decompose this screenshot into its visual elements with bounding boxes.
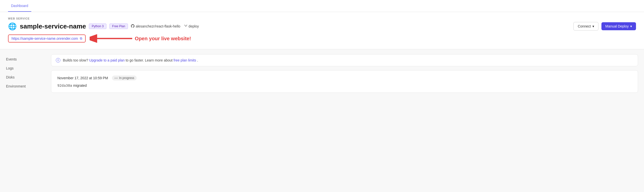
info-banner: i Builds too slow? Upgrade to a paid pla… (51, 54, 638, 66)
copy-icon[interactable]: ⧉ (80, 36, 82, 40)
sidebar-item-events[interactable]: Events (6, 57, 39, 61)
service-name: sample-service-name (20, 22, 86, 30)
badge-free-plan: Free Plan (109, 24, 128, 29)
info-icon: i (56, 58, 60, 62)
deploy-row: November 17, 2022 at 10:59 PM ••• In pro… (57, 76, 632, 80)
free-plan-limits-link[interactable]: free plan limits (174, 58, 196, 62)
upgrade-plan-link[interactable]: Upgrade to a paid plan (89, 58, 125, 62)
service-header: WEB SERVICE 🌐 sample-service-name Python… (0, 12, 644, 49)
connect-button[interactable]: Connect ▾ (573, 22, 598, 30)
sidebar-item-disks[interactable]: Disks (6, 75, 39, 79)
branch-name: deploy (189, 24, 199, 28)
annotation-arrow (90, 33, 135, 44)
deploy-card: November 17, 2022 at 10:59 PM ••• In pro… (51, 70, 638, 93)
commit-message: migrated (73, 84, 87, 88)
service-url-box: https://sample-service-name.onrender.com… (8, 34, 86, 42)
header-actions: Connect ▾ Manual Deploy ▾ (573, 22, 636, 30)
service-url-link[interactable]: https://sample-service-name.onrender.com (12, 36, 78, 40)
info-banner-text: Builds too slow? Upgrade to a paid plan … (63, 58, 198, 62)
main-layout: Events Logs Disks Environment i Builds t… (0, 49, 644, 192)
sidebar: Events Logs Disks Environment (0, 49, 45, 192)
connect-chevron-icon: ▾ (592, 24, 594, 28)
deploy-timestamp: November 17, 2022 at 10:59 PM (57, 76, 108, 80)
manual-deploy-button[interactable]: Manual Deploy ▾ (601, 22, 636, 30)
annotation-area: Open your live website! (90, 33, 191, 44)
service-url-row: https://sample-service-name.onrender.com… (8, 33, 636, 44)
top-bar: Dashboard (0, 0, 644, 12)
branch-icon (184, 24, 187, 28)
sidebar-item-environment[interactable]: Environment (6, 84, 39, 88)
status-label: In progress (119, 76, 134, 80)
tab-dashboard[interactable]: Dashboard (8, 0, 31, 12)
service-type-label: WEB SERVICE (8, 17, 636, 20)
github-icon (131, 24, 134, 28)
status-dots: ••• (114, 77, 118, 80)
content-area: i Builds too slow? Upgrade to a paid pla… (45, 49, 644, 192)
info-after-text: . (197, 58, 198, 62)
info-middle-text: to go faster. Learn more about (126, 58, 173, 62)
branch-link[interactable]: deploy (184, 24, 199, 28)
manual-deploy-chevron-icon: ▾ (630, 24, 632, 28)
annotation-text: Open your live website! (135, 36, 191, 42)
deploy-commit: 92da30a migrated (57, 84, 632, 88)
sidebar-item-logs[interactable]: Logs (6, 66, 39, 70)
status-badge: ••• In progress (112, 76, 137, 80)
github-repo-link[interactable]: alesanchezr/react-flask-hello (131, 24, 180, 28)
commit-hash: 92da30a (57, 84, 72, 88)
badge-python: Python 3 (89, 24, 106, 29)
globe-icon: 🌐 (8, 22, 17, 30)
github-repo-name: alesanchezr/react-flask-hello (136, 24, 180, 28)
